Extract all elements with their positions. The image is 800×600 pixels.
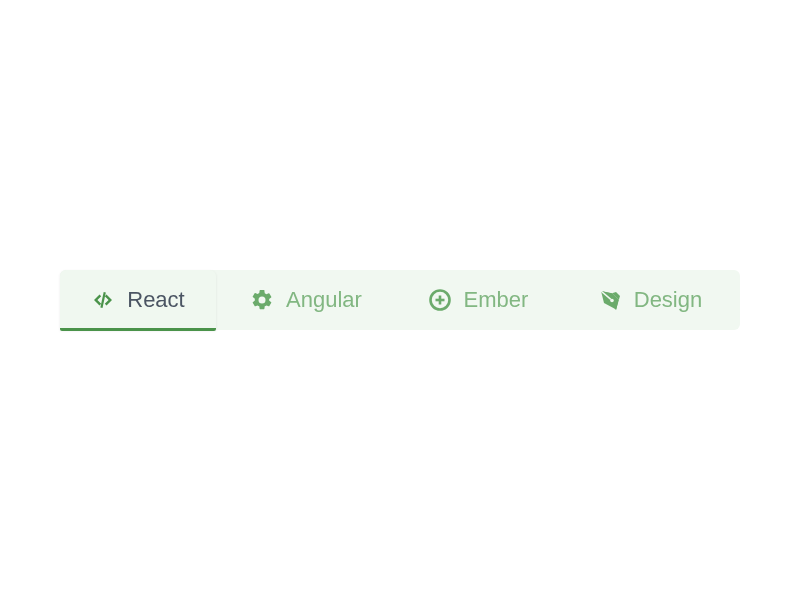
tab-label: Angular: [286, 287, 362, 313]
tab-design[interactable]: Design: [560, 270, 740, 330]
tab-label: Ember: [464, 287, 529, 313]
svg-rect-0: [101, 292, 106, 308]
tab-ember[interactable]: Ember: [396, 270, 560, 330]
tab-react[interactable]: React: [60, 270, 216, 330]
tab-label: React: [127, 287, 184, 313]
tab-bar: React Angular Ember: [60, 270, 740, 330]
pen-nib-icon: [598, 288, 622, 312]
plus-circle-icon: [428, 288, 452, 312]
code-icon: [91, 288, 115, 312]
tab-angular[interactable]: Angular: [216, 270, 396, 330]
tab-label: Design: [634, 287, 702, 313]
gear-icon: [250, 288, 274, 312]
